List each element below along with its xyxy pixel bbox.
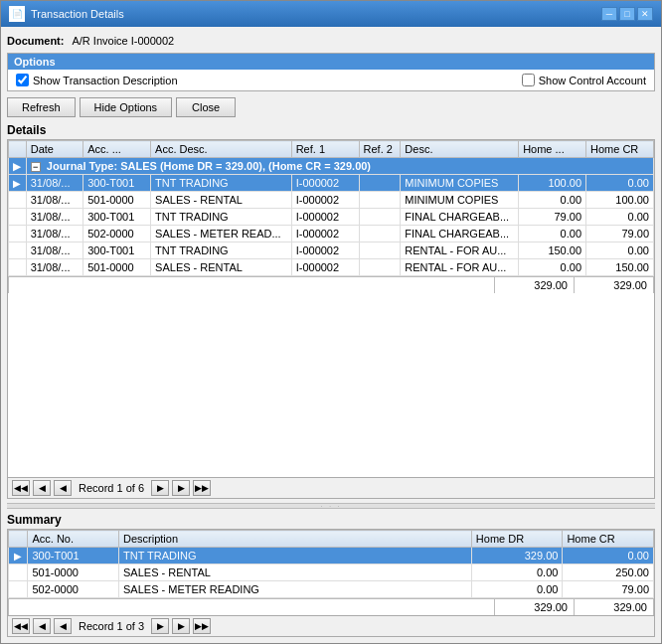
th-acc[interactable]: Acc. ... <box>83 141 151 158</box>
row-acc: 300-T001 <box>83 175 151 192</box>
details-data-row[interactable]: 31/08/... 501-0000 SALES - RENTAL I-0000… <box>9 192 654 209</box>
row-desc: RENTAL - FOR AU... <box>401 259 519 276</box>
summary-nav-label: Record 1 of 3 <box>79 620 144 632</box>
summary-nav-next[interactable]: ▶ <box>151 618 169 634</box>
details-data-row[interactable]: ▶ 31/08/... 300-T001 TNT TRADING I-00000… <box>9 175 654 192</box>
details-total-homecr: 329.00 <box>574 277 653 293</box>
options-header: Options <box>8 54 654 70</box>
summary-nav-prev2[interactable]: ◀ <box>33 618 51 634</box>
details-nav-last[interactable]: ▶▶ <box>193 480 211 496</box>
row-homedr: 150.00 <box>519 242 586 259</box>
sum-row-homedr: 0.00 <box>471 581 563 598</box>
summary-data-row[interactable]: 502-0000 SALES - METER READING 0.00 79.0… <box>9 581 654 598</box>
close-window-button[interactable]: ✕ <box>637 7 653 21</box>
details-data-row[interactable]: 31/08/... 502-0000 SALES - METER READ...… <box>9 226 654 242</box>
sum-th-acc[interactable]: Acc. No. <box>28 531 119 548</box>
sum-row-desc: SALES - RENTAL <box>119 564 472 581</box>
show-transaction-desc-checkbox[interactable] <box>16 74 29 86</box>
summary-nav-next2[interactable]: ▶ <box>172 618 190 634</box>
refresh-button[interactable]: Refresh <box>7 97 76 117</box>
sum-row-arrow <box>9 564 28 581</box>
th-ref2[interactable]: Ref. 2 <box>359 141 401 158</box>
row-ref2 <box>359 175 401 192</box>
sum-row-homecr: 0.00 <box>563 548 654 564</box>
details-table-container: Date Acc. ... Acc. Desc. Ref. 1 Ref. 2 D… <box>7 139 655 478</box>
row-ref1: I-000002 <box>291 175 359 192</box>
row-date: 31/08/... <box>26 226 83 242</box>
row-accdesc: TNT TRADING <box>151 175 292 192</box>
maximize-button[interactable]: □ <box>619 7 635 21</box>
th-homecr[interactable]: Home CR <box>586 141 654 158</box>
summary-nav-prev[interactable]: ◀ <box>54 618 72 634</box>
group-row-label: − Journal Type: SALES (Home DR = 329.00)… <box>26 158 653 175</box>
hide-options-button[interactable]: Hide Options <box>80 97 173 117</box>
row-homedr: 0.00 <box>519 192 586 209</box>
row-acc: 501-0000 <box>83 192 151 209</box>
row-ref1: I-000002 <box>291 259 359 276</box>
summary-nav-last[interactable]: ▶▶ <box>193 618 211 634</box>
show-control-account-row: Show Control Account <box>522 74 646 86</box>
row-accdesc: TNT TRADING <box>151 209 292 226</box>
summary-totals-row: 329.00 329.00 <box>8 598 654 615</box>
th-date[interactable]: Date <box>26 141 83 158</box>
row-acc: 300-T001 <box>83 209 151 226</box>
row-homecr: 0.00 <box>586 242 654 259</box>
row-arrow <box>9 242 27 259</box>
summary-nav-first[interactable]: ◀◀ <box>12 618 30 634</box>
details-nav-prev[interactable]: ◀ <box>54 480 72 496</box>
row-ref2 <box>359 209 401 226</box>
resizer[interactable]: · · · <box>7 503 655 509</box>
row-acc: 300-T001 <box>83 242 151 259</box>
sum-row-acc: 501-0000 <box>28 564 119 581</box>
row-homedr: 0.00 <box>519 259 586 276</box>
details-data-row[interactable]: 31/08/... 501-0000 SALES - RENTAL I-0000… <box>9 259 654 276</box>
row-homecr: 100.00 <box>586 192 654 209</box>
close-button[interactable]: Close <box>176 97 236 117</box>
group-row-arrow: ▶ <box>9 158 27 175</box>
sum-th-homecr[interactable]: Home CR <box>563 531 654 548</box>
th-ref1[interactable]: Ref. 1 <box>291 141 359 158</box>
details-data-row[interactable]: 31/08/... 300-T001 TNT TRADING I-000002 … <box>9 242 654 259</box>
row-accdesc: SALES - RENTAL <box>151 259 292 276</box>
options-section: Options Show Transaction Description Sho… <box>7 53 655 91</box>
sum-th-arrow <box>9 531 28 548</box>
row-date: 31/08/... <box>26 209 83 226</box>
options-body: Show Transaction Description Show Contro… <box>8 70 654 90</box>
details-nav-next2[interactable]: ▶ <box>172 480 190 496</box>
summary-data-row[interactable]: ▶ 300-T001 TNT TRADING 329.00 0.00 <box>9 548 654 564</box>
show-transaction-desc-label: Show Transaction Description <box>33 75 178 86</box>
sum-th-homedr[interactable]: Home DR <box>471 531 563 548</box>
show-control-account-checkbox[interactable] <box>522 74 535 86</box>
window-title: Transaction Details <box>31 8 124 20</box>
sum-row-homedr: 329.00 <box>471 548 563 564</box>
row-arrow <box>9 226 27 242</box>
row-ref1: I-000002 <box>291 242 359 259</box>
summary-header-row: Acc. No. Description Home DR Home CR <box>9 531 654 548</box>
details-header-row: Date Acc. ... Acc. Desc. Ref. 1 Ref. 2 D… <box>9 141 654 158</box>
th-desc[interactable]: Desc. <box>401 141 519 158</box>
row-ref1: I-000002 <box>291 209 359 226</box>
details-total-homedr: 329.00 <box>494 277 574 293</box>
row-homedr: 0.00 <box>519 226 586 242</box>
row-desc: MINIMUM COPIES <box>401 175 519 192</box>
sum-row-arrow: ▶ <box>9 548 28 564</box>
title-bar: 📄 Transaction Details ─ □ ✕ <box>1 1 661 27</box>
row-acc: 502-0000 <box>83 226 151 242</box>
sum-th-desc[interactable]: Description <box>119 531 472 548</box>
details-data-row[interactable]: 31/08/... 300-T001 TNT TRADING I-000002 … <box>9 209 654 226</box>
row-homecr: 0.00 <box>586 209 654 226</box>
th-accdesc[interactable]: Acc. Desc. <box>151 141 292 158</box>
expand-icon[interactable]: − <box>31 162 41 172</box>
show-transaction-desc-row: Show Transaction Description <box>16 74 178 86</box>
details-nav-prev2[interactable]: ◀ <box>33 480 51 496</box>
details-group-row[interactable]: ▶ − Journal Type: SALES (Home DR = 329.0… <box>9 158 654 175</box>
details-table: Date Acc. ... Acc. Desc. Ref. 1 Ref. 2 D… <box>8 140 654 276</box>
summary-section: Summary Acc. No. Description Home DR Hom… <box>7 513 655 637</box>
th-homedr[interactable]: Home ... <box>519 141 586 158</box>
summary-section-label: Summary <box>7 513 655 527</box>
minimize-button[interactable]: ─ <box>601 7 617 21</box>
row-ref2 <box>359 192 401 209</box>
details-nav-next[interactable]: ▶ <box>151 480 169 496</box>
summary-data-row[interactable]: 501-0000 SALES - RENTAL 0.00 250.00 <box>9 564 654 581</box>
details-nav-first[interactable]: ◀◀ <box>12 480 30 496</box>
